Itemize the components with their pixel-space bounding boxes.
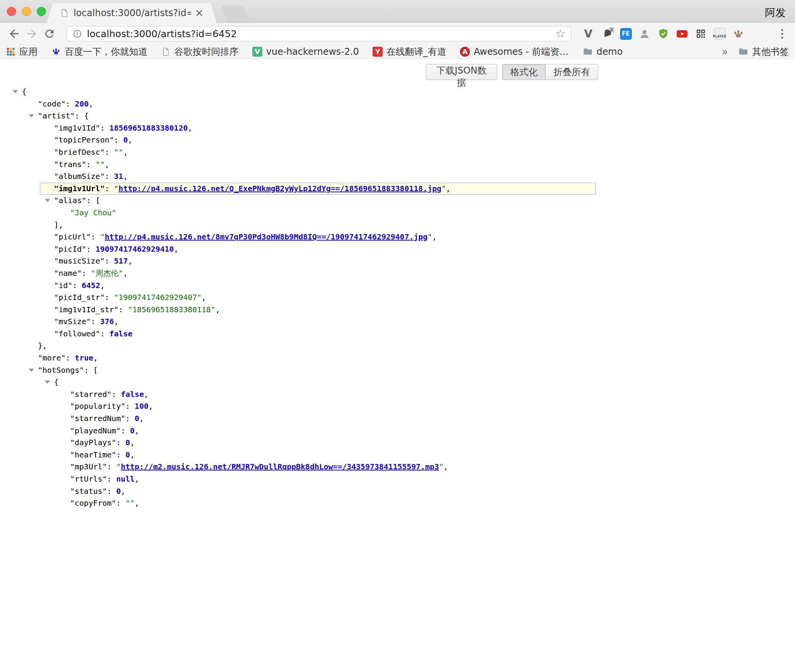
page-info-icon[interactable] bbox=[72, 29, 82, 39]
json-url-link[interactable]: http://p4.music.126.net/Q_ExePNkmgB2yWyL… bbox=[119, 184, 442, 193]
bookmark-item[interactable]: 应用 bbox=[6, 46, 38, 58]
json-token-punc: , bbox=[100, 281, 105, 290]
minimize-window-button[interactable] bbox=[22, 7, 31, 16]
collapse-triangle-icon[interactable] bbox=[45, 199, 50, 202]
json-token-punc: : bbox=[86, 244, 95, 254]
collapse-triangle-icon[interactable] bbox=[45, 380, 50, 384]
json-token-str: "" bbox=[126, 498, 135, 508]
json-token-punc: : bbox=[126, 414, 135, 423]
json-token-num: 200 bbox=[75, 99, 88, 108]
bookmark-label: 其他书签 bbox=[752, 46, 789, 58]
json-token-punc: : bbox=[91, 317, 100, 326]
json-token-punc: : bbox=[65, 353, 75, 362]
bookmark-label: 在线翻译_有道 bbox=[386, 46, 446, 58]
other-bookmarks-folder[interactable]: 其他书签 bbox=[738, 46, 789, 58]
json-line: "picId_str": "19097417462929407", bbox=[0, 292, 795, 304]
json-token-num: 100 bbox=[135, 402, 149, 411]
json-line: "artist": { bbox=[0, 110, 795, 122]
address-bar[interactable]: localhost:3000/artists?id=6452 ☆ bbox=[67, 26, 571, 41]
json-line: "status": 0, bbox=[0, 485, 795, 498]
paw-extension-icon[interactable] bbox=[731, 27, 745, 41]
json-token-null: null bbox=[116, 474, 134, 484]
json-line: "picUrl": "http://p4.music.126.net/8mv7q… bbox=[0, 231, 795, 243]
json-token-num: 18569651883380120 bbox=[110, 123, 188, 133]
tab-strip: localhost:3000/artists?id=645 × 阿发 bbox=[0, 0, 795, 23]
format-button[interactable]: 格式化 bbox=[502, 64, 546, 80]
bookmark-item[interactable]: Y在线翻译_有道 bbox=[373, 46, 446, 58]
apps-grid-icon bbox=[6, 47, 15, 56]
profile-extension-icon[interactable] bbox=[638, 27, 651, 41]
json-token-str: " bbox=[100, 232, 105, 241]
fullscreen-window-button[interactable] bbox=[37, 7, 46, 16]
json-url-link[interactable]: http://p4.music.126.net/8mv7qP30Pd3oHW8b… bbox=[105, 232, 427, 241]
json-line: "hearTime": 0, bbox=[0, 449, 795, 461]
bookmark-item[interactable]: AAwesomes - 前端资… bbox=[460, 46, 569, 58]
collapse-triangle-icon[interactable] bbox=[13, 90, 18, 93]
json-token-key: "briefDesc" bbox=[54, 148, 105, 157]
forward-button[interactable] bbox=[23, 25, 41, 43]
folder-icon bbox=[582, 46, 593, 57]
bookmark-item[interactable]: 谷歌按时间排序 bbox=[161, 46, 239, 58]
json-token-key: "albumSize" bbox=[54, 172, 105, 181]
shield-extension-icon[interactable] bbox=[656, 27, 670, 41]
json-token-num: 0 bbox=[123, 135, 128, 144]
bookmark-star-icon[interactable]: ☆ bbox=[555, 28, 566, 39]
collapse-triangle-icon[interactable] bbox=[29, 114, 34, 118]
vimium-extension-icon[interactable]: V bbox=[581, 27, 595, 41]
baidu-paw-icon bbox=[51, 47, 61, 56]
json-token-punc: : bbox=[121, 426, 130, 435]
youdao-extension-icon[interactable]: 英 bbox=[600, 27, 614, 41]
json-token-punc: , bbox=[201, 293, 206, 302]
qrcode-extension-icon[interactable] bbox=[694, 27, 708, 41]
youtube-extension-icon[interactable] bbox=[675, 27, 689, 41]
bookmarks-overflow-chevron[interactable]: » bbox=[721, 46, 728, 57]
json-token-str: "18569651883380118" bbox=[128, 305, 216, 314]
profile-name[interactable]: 阿发 bbox=[765, 6, 786, 20]
json-token-key: "img1v1Id" bbox=[54, 123, 100, 133]
bookmark-favicon: V bbox=[252, 47, 262, 57]
bookmark-item[interactable]: demo bbox=[582, 46, 623, 57]
bookmark-item[interactable]: 百度一下，你就知道 bbox=[51, 46, 147, 58]
bookmark-label: demo bbox=[597, 46, 623, 57]
json-token-num: 0 bbox=[116, 487, 121, 496]
download-json-button[interactable]: 下载JSON数据 bbox=[426, 64, 497, 80]
json-line: "mvSize": 376, bbox=[0, 316, 795, 328]
json-token-str: "19097417462929407" bbox=[114, 293, 202, 302]
json-token-punc: , bbox=[123, 148, 128, 157]
url-text[interactable]: localhost:3000/artists?id=6452 bbox=[87, 28, 551, 39]
bookmarks-list: 应用百度一下，你就知道谷歌按时间排序Vvue-hackernews-2.0Y在线… bbox=[6, 46, 636, 58]
json-line: "copyFrom": "", bbox=[0, 497, 795, 510]
reload-button[interactable] bbox=[41, 25, 58, 43]
json-token-key: "img1v1Url" bbox=[54, 184, 105, 193]
back-button[interactable] bbox=[5, 25, 23, 43]
json-url-link[interactable]: http://m2.music.126.net/RMJR7wDullRqppBk… bbox=[121, 462, 439, 471]
collapse-triangle-icon[interactable] bbox=[29, 369, 34, 372]
json-token-key: "picUrl" bbox=[54, 232, 91, 241]
json-line: "hotSongs": [ bbox=[0, 364, 795, 377]
json-token-punc: : bbox=[116, 498, 125, 508]
browser-menu-icon[interactable] bbox=[774, 26, 790, 41]
json-line: "mp3Url": "http://m2.music.126.net/RMJR7… bbox=[0, 461, 795, 473]
json-token-punc: : bbox=[116, 450, 125, 459]
json-line: "dayPlays": 0, bbox=[0, 437, 795, 449]
json-token-key: "code" bbox=[38, 99, 65, 108]
json-token-str: " bbox=[114, 184, 119, 193]
bookmark-item[interactable]: Vvue-hackernews-2.0 bbox=[252, 46, 359, 57]
collapse-all-button[interactable]: 折叠所有 bbox=[545, 64, 598, 80]
player-extension-icon[interactable]: PLAYER bbox=[713, 27, 726, 41]
browser-tab[interactable]: localhost:3000/artists?id=645 × bbox=[47, 3, 217, 23]
tab-close-icon[interactable]: × bbox=[195, 8, 204, 18]
json-line: "starred": false, bbox=[0, 388, 795, 401]
fehelper-extension-icon[interactable]: FE bbox=[619, 27, 633, 41]
json-token-punc: , bbox=[443, 462, 448, 471]
json-token-punc: ], bbox=[54, 220, 63, 229]
json-token-punc: , bbox=[121, 487, 125, 496]
json-token-bool: false bbox=[110, 329, 132, 338]
close-window-button[interactable] bbox=[7, 7, 16, 16]
json-token-punc: , bbox=[144, 390, 149, 399]
new-tab-button[interactable] bbox=[221, 5, 250, 23]
json-token-punc: : bbox=[126, 402, 135, 411]
json-token-num: 19097417462929410 bbox=[95, 244, 174, 254]
json-token-bool: false bbox=[121, 390, 144, 399]
json-token-punc: , bbox=[105, 160, 109, 169]
